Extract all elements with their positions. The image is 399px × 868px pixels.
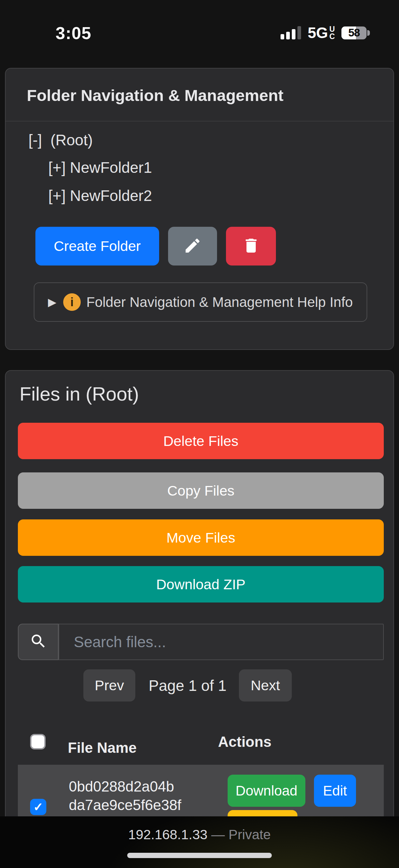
pencil-icon (183, 236, 202, 256)
network-uc-label: U C (329, 26, 335, 40)
column-header-actions: Actions (218, 734, 271, 750)
search-input[interactable] (59, 624, 384, 660)
prev-page-button[interactable]: Prev (84, 670, 135, 702)
download-zip-button[interactable]: Download ZIP (18, 566, 384, 602)
network-5g-label: 5G (308, 24, 328, 42)
phone-screen: 3:05 5G U C 58 Folder Navigatio (0, 0, 399, 868)
delete-folder-button[interactable] (226, 227, 276, 266)
search-icon (29, 632, 47, 651)
battery-icon: 58 (341, 27, 370, 39)
next-page-button[interactable]: Next (239, 670, 292, 702)
home-indicator[interactable] (127, 853, 272, 858)
help-info-disclosure[interactable]: ▶ i Folder Navigation & Management Help … (34, 282, 367, 322)
browser-bottom-bar: 192.168.1.33 — Private (0, 816, 399, 868)
battery-percent: 58 (341, 27, 367, 39)
address-bar[interactable]: 192.168.1.33 — Private (0, 827, 399, 842)
card-divider (6, 121, 393, 122)
select-all-checkbox[interactable] (30, 734, 46, 749)
files-card-title: Files in (Root) (20, 383, 139, 405)
checkmark-icon: ✓ (33, 800, 43, 814)
info-icon: i (63, 293, 81, 311)
copy-files-button[interactable]: Copy Files (18, 472, 384, 509)
folder-actions-row: Create Folder (35, 227, 276, 266)
status-bar-right: 5G U C 58 (280, 24, 370, 42)
tree-node-newfolder1[interactable]: [+] NewFolder1 (48, 159, 152, 177)
tree-node-newfolder2[interactable]: [+] NewFolder2 (48, 187, 152, 205)
rename-folder-button[interactable] (168, 227, 217, 266)
expander-triangle-icon[interactable]: ▶ (48, 296, 63, 309)
tree-node-root[interactable]: [-] (Root) (29, 131, 93, 149)
download-file-button[interactable]: Download (228, 775, 305, 807)
page-indicator: Page 1 of 1 (144, 670, 231, 702)
column-header-file-name: File Name (68, 740, 137, 756)
network-type-indicator: 5G U C (308, 24, 335, 42)
tree-label[interactable]: NewFolder1 (70, 159, 152, 176)
folder-navigation-card: Folder Navigation & Management [-] (Root… (5, 68, 394, 350)
status-bar: 3:05 5G U C 58 (0, 0, 399, 56)
delete-files-button[interactable]: Delete Files (18, 423, 384, 459)
clock-time: 3:05 (56, 23, 91, 43)
file-name-cell: 0bd0288d2a04b da7ae9ce5f6e38f (69, 777, 181, 814)
url-host[interactable]: 192.168.1.33 (128, 827, 207, 842)
private-badge: — Private (207, 827, 271, 842)
help-summary-label[interactable]: Folder Navigation & Management Help Info (86, 294, 353, 310)
move-files-button[interactable]: Move Files (18, 519, 384, 556)
cellular-signal-icon (280, 26, 301, 39)
tree-toggle[interactable]: [-] (29, 131, 42, 149)
row-checkbox-checked[interactable]: ✓ (30, 799, 46, 815)
trash-icon (242, 236, 260, 256)
tree-label[interactable]: NewFolder2 (70, 187, 152, 204)
folder-card-title: Folder Navigation & Management (27, 86, 284, 104)
search-icon-box (18, 624, 59, 660)
create-folder-button[interactable]: Create Folder (35, 227, 159, 266)
battery-cap (367, 30, 370, 36)
tree-label[interactable]: (Root) (50, 131, 93, 149)
files-card: Files in (Root) Delete Files Copy Files … (5, 370, 394, 868)
edit-file-button[interactable]: Edit (314, 775, 356, 807)
tree-toggle[interactable]: [+] (48, 187, 66, 204)
tree-toggle[interactable]: [+] (48, 159, 66, 176)
